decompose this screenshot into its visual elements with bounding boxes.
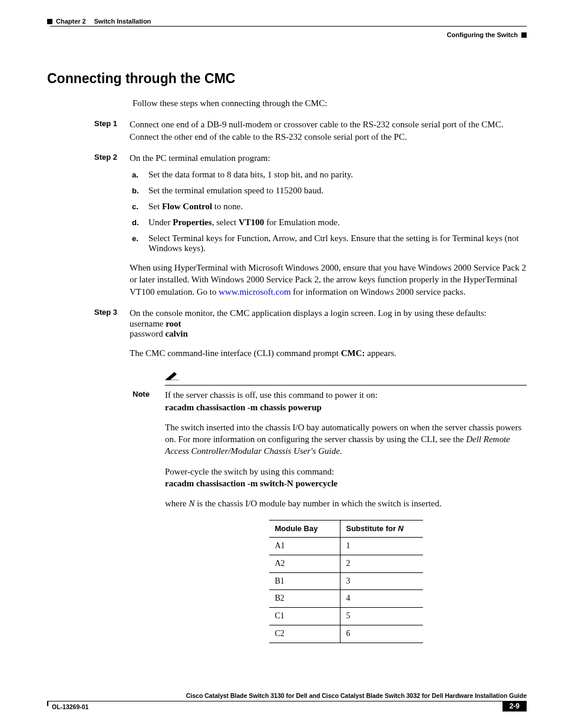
footer-page-number: 2-9 xyxy=(503,701,527,711)
pencil-icon xyxy=(165,371,179,380)
step-3-username: username root xyxy=(130,319,527,329)
step-2e: e. Select Terminal keys for Function, Ar… xyxy=(130,233,527,253)
table-header-substitute: Substitute for N xyxy=(340,521,423,538)
page-subheader: Configuring the Switch xyxy=(47,31,527,38)
step-3-prompt: The CMC command-line interface (CLI) com… xyxy=(130,347,527,359)
note-rule xyxy=(165,385,527,386)
table-row: B13 xyxy=(269,572,423,590)
step-2-intro: On the PC terminal emulation program: xyxy=(130,152,527,164)
step-2-closing: When using HyperTerminal with Microsoft … xyxy=(130,262,527,298)
step-2a-text: Set the data format to 8 data bits, 1 st… xyxy=(148,170,527,180)
step-2d: d. Under Properties, select VT100 for Em… xyxy=(130,218,527,228)
note-para4: where N is the chassis I/O module bay nu… xyxy=(165,498,527,509)
page-footer: Cisco Catalyst Blade Switch 3130 for Del… xyxy=(47,692,527,711)
section-breadcrumb: Configuring the Switch xyxy=(447,31,518,38)
table-header-module-bay: Module Bay xyxy=(269,521,340,538)
step-3-label: Step 3 xyxy=(94,307,130,360)
step-2c-text: Set Flow Control to none. xyxy=(148,202,527,212)
step-3-password: password calvin xyxy=(130,329,527,339)
table-row: C15 xyxy=(269,608,423,625)
step-2d-label: d. xyxy=(132,218,148,228)
footer-doc-number: OL-13269-01 xyxy=(52,703,88,710)
section-heading: Connecting through the CMC xyxy=(47,71,527,87)
header-square-icon xyxy=(47,19,52,24)
header-rule xyxy=(50,26,527,27)
step-2d-text: Under Properties, select VT100 for Emula… xyxy=(148,218,527,228)
step-2: Step 2 On the PC terminal emulation prog… xyxy=(47,152,527,298)
note-line1: If the server chassis is off, use this c… xyxy=(165,389,527,401)
page-header: Chapter 2 Switch Installation xyxy=(47,18,527,25)
step-2b-text: Set the terminal emulation speed to 1152… xyxy=(148,186,527,196)
note-block: Note If the server chassis is off, use t… xyxy=(133,371,527,643)
step-2a-label: a. xyxy=(132,170,148,180)
step-1-text: Connect one end of a DB-9 null-modem or … xyxy=(130,118,527,143)
step-2e-label: e. xyxy=(132,233,148,253)
note-para3: Power-cycle the switch by using this com… xyxy=(165,466,527,477)
module-bay-table: Module Bay Substitute for N A11 A22 B13 … xyxy=(269,520,423,643)
note-command2: racadm chassisaction -m switch-N powercy… xyxy=(165,477,527,489)
step-2b: b. Set the terminal emulation speed to 1… xyxy=(130,186,527,196)
chapter-title: Switch Installation xyxy=(94,18,151,25)
note-command1: racadm chassisaction -m chassis powerup xyxy=(165,401,527,413)
step-2-label: Step 2 xyxy=(94,152,130,298)
subheader-square-icon xyxy=(521,32,527,38)
footer-doc-title: Cisco Catalyst Blade Switch 3130 for Del… xyxy=(47,692,527,699)
table-row: A22 xyxy=(269,555,423,572)
table-row: B24 xyxy=(269,590,423,608)
step-1: Step 1 Connect one end of a DB-9 null-mo… xyxy=(47,118,527,143)
step-2e-text: Select Terminal keys for Function, Arrow… xyxy=(148,233,527,253)
chapter-label: Chapter 2 xyxy=(56,18,86,25)
section-intro: Follow these steps when connecting throu… xyxy=(133,97,527,109)
microsoft-link[interactable]: www.microsoft.com xyxy=(219,287,290,297)
step-3: Step 3 On the console monitor, the CMC a… xyxy=(47,307,527,360)
step-1-label: Step 1 xyxy=(94,118,130,143)
table-row: A11 xyxy=(269,537,423,555)
note-para2: The switch inserted into the chassis I/O… xyxy=(165,421,527,457)
note-label: Note xyxy=(133,389,165,643)
step-2c: c. Set Flow Control to none. xyxy=(130,202,527,212)
step-3-line1: On the console monitor, the CMC applicat… xyxy=(130,307,527,319)
table-row: C26 xyxy=(269,625,423,643)
step-2b-label: b. xyxy=(132,186,148,196)
step-2c-label: c. xyxy=(132,202,148,212)
step-2a: a. Set the data format to 8 data bits, 1… xyxy=(130,170,527,180)
